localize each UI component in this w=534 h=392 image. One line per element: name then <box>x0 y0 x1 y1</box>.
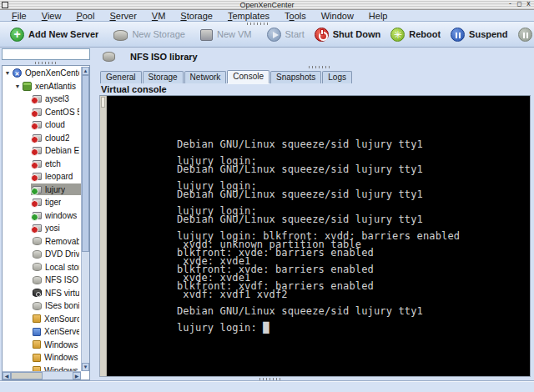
storage-icon <box>33 263 42 271</box>
tree-item-content: windows <box>31 209 81 221</box>
tree-item-lujury[interactable]: lujury <box>3 183 81 197</box>
tab-network[interactable]: Network <box>184 71 227 83</box>
tree-item-content: tiger <box>31 197 81 209</box>
vm-stopped-icon <box>33 199 42 206</box>
tree-item-centos-5-3[interactable]: CentOS 5.3 <box>3 106 81 119</box>
menu-server[interactable]: Server <box>103 11 143 21</box>
search-input[interactable] <box>2 48 90 60</box>
tree-item-label: XenServer D <box>44 327 79 336</box>
reboot-button[interactable]: Reboot <box>385 26 446 43</box>
tree-item-xenserver-d[interactable]: XenServer D <box>3 325 81 339</box>
console-frame: Debian GNU/Linux squeeze/sid lujury tty1… <box>99 95 531 377</box>
vm-stopped-icon <box>33 121 42 128</box>
expander-icon[interactable]: ▼ <box>14 83 21 89</box>
window-title: OpenXenCenter <box>0 1 534 9</box>
tree-item-content: leopard <box>31 171 81 183</box>
tab-general[interactable]: General <box>100 71 142 83</box>
scrollbar-thumb[interactable] <box>82 75 89 252</box>
tree-vertical-scrollbar[interactable]: ▲ ▼ <box>81 67 89 371</box>
vm-stopped-icon <box>33 95 42 103</box>
tree-item-content: xenAtlantis <box>21 80 81 92</box>
add-new-server-button[interactable]: Add New Server <box>5 26 103 43</box>
tree-item-yosi[interactable]: yosi <box>3 222 81 235</box>
tree-item-etch[interactable]: etch <box>3 158 81 171</box>
menu-pool[interactable]: Pool <box>69 11 101 21</box>
menu-window[interactable]: Window <box>315 11 360 21</box>
start-icon <box>267 28 281 42</box>
tab-logs[interactable]: Logs <box>322 71 352 83</box>
tree-item-local-storag[interactable]: Local storag <box>3 261 81 274</box>
scroll-left-icon[interactable]: ◀ <box>3 372 11 379</box>
tree-item-label: leopard <box>45 172 73 181</box>
tree-item-label: yosi <box>45 224 60 233</box>
scrollbar-thumb[interactable] <box>101 97 105 108</box>
scroll-up-icon[interactable]: ▲ <box>82 67 89 75</box>
suspend-button[interactable]: Suspend <box>446 26 512 43</box>
new-storage-icon <box>113 30 128 41</box>
tree-item-ises-bonita[interactable]: ISes bonita <box>3 299 81 313</box>
vm-running-icon <box>33 212 42 219</box>
bottom-grip-handle[interactable] <box>259 378 281 380</box>
tree-item-nfs-iso-libr[interactable]: NFS ISO libr <box>3 274 81 287</box>
menu-help[interactable]: Help <box>362 11 395 21</box>
menu-tools[interactable]: Tools <box>278 11 313 21</box>
new-vm-button[interactable]: New VM <box>195 26 257 43</box>
tree-item-aysel3[interactable]: aysel3 <box>3 93 81 106</box>
tree-item-windows-vis[interactable]: Windows Vis <box>3 364 81 372</box>
tree-item-label: ISes bonita <box>45 301 79 310</box>
tree-item-cloud[interactable]: cloud <box>3 118 81 132</box>
tree-item-nfs-virtual[interactable]: NFS virtual <box>3 287 81 300</box>
scroll-right-icon[interactable]: ▶ <box>73 372 81 379</box>
tab-snapshots[interactable]: Snapshots <box>270 71 321 83</box>
menu-vm[interactable]: VM <box>145 11 173 21</box>
menu-storage[interactable]: Storage <box>174 11 219 21</box>
tree-horizontal-scrollbar[interactable]: ◀ ▶ <box>3 371 81 379</box>
tree-item-xensource[interactable]: XenSource <box>3 313 81 326</box>
tabs-grip-handle[interactable] <box>309 66 330 68</box>
tree-item-debian-etch[interactable]: Debian Etch <box>3 144 81 158</box>
storage-icon <box>33 302 42 310</box>
menu-templates[interactable]: Templates <box>221 11 276 21</box>
toolbar-grip-handle[interactable] <box>247 23 269 25</box>
menu-view[interactable]: View <box>35 11 68 21</box>
tree-item-label: Local storag <box>45 263 79 272</box>
console-text: Debian GNU/Linux squeeze/sid lujury tty1… <box>177 140 460 332</box>
resume-button[interactable]: Resume <box>513 26 534 43</box>
storage-icon <box>33 250 42 259</box>
scrollbar-thumb[interactable] <box>11 372 43 379</box>
start-button[interactable]: Start <box>262 26 310 43</box>
virtual-console-screen[interactable]: Debian GNU/Linux squeeze/sid lujury tty1… <box>107 96 530 376</box>
tree-item-cloud2[interactable]: cloud2 <box>3 132 81 145</box>
scroll-down-icon[interactable]: ▼ <box>82 363 89 371</box>
tree-item-label: cloud2 <box>45 133 69 143</box>
tab-console[interactable]: Console <box>227 70 270 83</box>
tree-item-content: lujury <box>31 183 81 195</box>
tree-item-windows-xp[interactable]: Windows XP <box>3 339 81 352</box>
tree-item-leopard[interactable]: leopard <box>3 170 81 183</box>
tree-item-openxencenter[interactable]: ▼OpenXenCenter <box>3 67 81 80</box>
console-scrollbar[interactable] <box>100 96 107 376</box>
tree-item-content: Windows Vis <box>31 364 81 371</box>
storage-icon <box>33 276 42 284</box>
tree-item-tiger[interactable]: tiger <box>3 196 81 209</box>
tree-item-content: OpenXenCenter <box>11 68 81 79</box>
tree-item-xenatlantis[interactable]: ▼xenAtlantis <box>3 80 81 93</box>
tree-item-label: xenAtlantis <box>35 82 76 91</box>
tree-item-label: etch <box>45 159 61 168</box>
menu-file[interactable]: File <box>5 11 33 21</box>
new-storage-button[interactable]: New Storage <box>108 27 190 43</box>
resume-icon <box>518 28 532 42</box>
vm-running-icon <box>33 186 42 193</box>
expander-icon[interactable]: ▼ <box>4 70 11 76</box>
tree-item-windows[interactable]: windows <box>3 209 81 223</box>
tree-item-dvd-drives[interactable]: DVD Drives <box>3 248 81 261</box>
tree-item-removable[interactable]: Removable <box>3 235 81 249</box>
tab-bar: GeneralStorageNetworkConsoleSnapshotsLog… <box>96 70 534 83</box>
tree-item-windows-xp[interactable]: Windows XP <box>3 351 81 364</box>
add-server-icon <box>10 28 24 42</box>
tree-item-label: CentOS 5.3 <box>45 108 79 117</box>
shut-down-button[interactable]: Shut Down <box>310 26 385 43</box>
toolbar: Add New ServerNew StorageNew VMStartShut… <box>0 22 534 48</box>
tab-storage[interactable]: Storage <box>143 71 184 83</box>
sidebar-grip-handle[interactable] <box>35 62 57 64</box>
